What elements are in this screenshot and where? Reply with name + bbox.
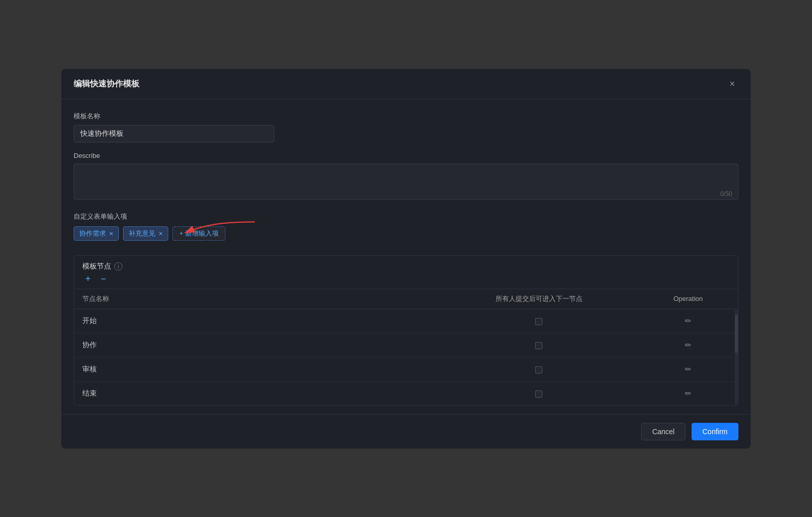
table-row: 审核 ✏ <box>74 357 738 381</box>
row-3-checkbox[interactable] <box>535 390 542 398</box>
dialog: 编辑快速协作模板 × 模板名称 Describe 0/50 自定义表单输入项 <box>61 69 751 449</box>
row-1-edit-button[interactable]: ✏ <box>684 340 693 351</box>
table-actions: + − <box>82 273 122 284</box>
table-row: 协作 ✏ <box>74 333 738 357</box>
row-3-check-cell <box>439 381 639 405</box>
tag-1: 补充意见 × <box>123 226 168 241</box>
tags-row: 协作需求 × 补充意见 × + 新增输入项 <box>74 226 738 241</box>
dialog-header: 编辑快速协作模板 × <box>61 69 751 99</box>
tag-0: 协作需求 × <box>74 226 119 241</box>
table-remove-row-button[interactable]: − <box>98 273 109 284</box>
col-header-check: 所有人提交后可进入下一节点 <box>439 289 639 309</box>
describe-field-wrap: 0/50 <box>74 164 738 202</box>
row-2-checkbox[interactable] <box>535 366 542 373</box>
nodes-table: 节点名称 所有人提交后可进入下一节点 Operation 开始 ✏ 协作 <box>74 289 738 405</box>
describe-char-count: 0/50 <box>720 190 732 198</box>
col-header-node-name: 节点名称 <box>74 289 439 309</box>
row-1-checkbox[interactable] <box>535 342 542 349</box>
row-0-edit-button[interactable]: ✏ <box>684 315 693 327</box>
scrollbar-thumb[interactable] <box>735 315 738 353</box>
table-row: 结束 ✏ <box>74 381 738 405</box>
table-section: 模板节点 i + − 节点名称 所有 <box>74 255 738 406</box>
row-3-edit-button[interactable]: ✏ <box>684 388 693 399</box>
add-input-button[interactable]: + 新增输入项 <box>172 226 225 241</box>
dialog-title: 编辑快速协作模板 <box>74 79 139 90</box>
row-3-op-cell: ✏ <box>639 381 738 405</box>
info-icon: i <box>114 262 122 271</box>
row-1-op-cell: ✏ <box>639 333 738 357</box>
tag-1-text: 补充意见 <box>129 229 155 238</box>
custom-inputs-label: 自定义表单输入项 <box>74 212 738 221</box>
table-add-row-button[interactable]: + <box>82 273 94 284</box>
describe-label: Describe <box>74 152 738 159</box>
row-0-op-cell: ✏ <box>639 309 738 333</box>
row-1-check-cell <box>439 333 639 357</box>
row-2-check-cell <box>439 357 639 381</box>
table-scroll-container: 节点名称 所有人提交后可进入下一节点 Operation 开始 ✏ 协作 <box>74 289 738 405</box>
tag-0-text: 协作需求 <box>79 229 106 238</box>
describe-textarea[interactable] <box>74 164 738 200</box>
row-2-name: 审核 <box>74 357 439 381</box>
table-section-title: 模板节点 <box>82 262 111 271</box>
table-row: 开始 ✏ <box>74 309 738 333</box>
confirm-button[interactable]: Confirm <box>692 423 738 440</box>
dialog-footer: Cancel Confirm <box>61 414 751 449</box>
tag-1-remove[interactable]: × <box>158 230 163 237</box>
table-section-header: 模板节点 i + − <box>74 256 738 289</box>
row-1-name: 协作 <box>74 333 439 357</box>
close-button[interactable]: × <box>726 78 738 91</box>
row-0-checkbox[interactable] <box>535 318 542 325</box>
cancel-button[interactable]: Cancel <box>641 423 685 440</box>
row-2-edit-button[interactable]: ✏ <box>684 364 693 375</box>
template-name-label: 模板名称 <box>74 112 738 121</box>
dialog-body: 模板名称 Describe 0/50 自定义表单输入项 协作需求 × <box>61 99 751 414</box>
row-2-op-cell: ✏ <box>639 357 738 381</box>
col-header-op: Operation <box>639 289 738 309</box>
tag-0-remove[interactable]: × <box>109 230 113 237</box>
row-3-name: 结束 <box>74 381 439 405</box>
row-0-name: 开始 <box>74 309 439 333</box>
row-0-check-cell <box>439 309 639 333</box>
template-name-input[interactable] <box>74 125 274 142</box>
dialog-overlay: 编辑快速协作模板 × 模板名称 Describe 0/50 自定义表单输入项 <box>0 0 812 517</box>
